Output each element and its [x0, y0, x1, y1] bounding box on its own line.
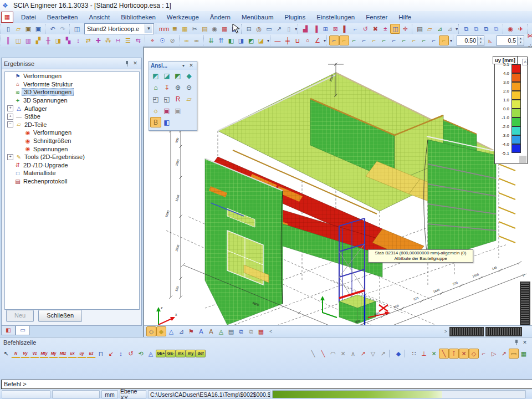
scroll-right-icon[interactable]: > — [444, 329, 447, 334]
menu-item-datei[interactable]: Datei — [16, 13, 42, 22]
rotate-member-icon[interactable]: ↺ — [360, 24, 370, 34]
result-mty-icon[interactable]: Mty — [39, 349, 49, 358]
vertical-scroll-thumb[interactable] — [520, 282, 530, 329]
tree-item-3d-spannungen[interactable]: ✦3D Spannungen — [5, 96, 139, 105]
rotate-right-icon[interactable]: ⟲ — [136, 349, 146, 359]
save-icon[interactable]: ▣ — [33, 24, 43, 34]
view-yz-icon[interactable]: ◪ — [161, 70, 172, 81]
tree-item-verformungen[interactable]: ◉Verformungen — [5, 129, 139, 137]
tree-item-verformungen[interactable]: ⚑Verformungen — [5, 72, 139, 80]
light-icon[interactable]: ☼ — [150, 105, 161, 116]
arrows-up-icon[interactable]: ⇈ — [216, 35, 226, 45]
beam-section-6-icon[interactable]: ⌐ — [379, 35, 389, 45]
stretch-icon[interactable]: ╫ — [43, 35, 53, 45]
render-mode-icon[interactable]: ◬ — [216, 326, 226, 336]
redo-icon[interactable]: ↷ — [58, 24, 68, 34]
tab-properties[interactable]: ◧ — [1, 326, 16, 335]
paste-format-icon[interactable]: ⧉ — [491, 24, 501, 34]
view-axo-icon[interactable]: ◆ — [183, 70, 195, 81]
deformation-spinner[interactable]: 0.5 ▲▼ — [497, 35, 524, 46]
tree-item-rechenprotokoll[interactable]: ▤Rechenprotokoll — [5, 177, 139, 186]
overflow-icon[interactable]: ▾ — [267, 38, 269, 43]
open-results-icon[interactable]: ▱ — [424, 24, 434, 34]
zoom-all-icon[interactable]: ◱ — [161, 94, 172, 104]
beam-section-4-icon[interactable]: ⌐ — [359, 35, 369, 45]
snap-arc-icon[interactable]: ▷ — [489, 349, 499, 359]
table-blue-icon[interactable]: ▦ — [229, 24, 239, 34]
snap-grid-icon[interactable]: ∷ — [409, 349, 419, 359]
draw-circle-icon[interactable]: ○ — [303, 35, 313, 45]
horizontal-scroll-thumb[interactable] — [485, 327, 522, 336]
paste-attributes-icon[interactable]: ⧉ — [471, 24, 481, 34]
snap-endpoint-icon[interactable]: ⊺ — [449, 349, 459, 359]
result-mtz-icon[interactable]: Mtz — [58, 349, 68, 358]
result-uy-icon[interactable]: uy — [77, 349, 86, 358]
ucs-icon[interactable]: ↧ — [161, 82, 172, 93]
menu-item-plugins[interactable]: Plugins — [279, 13, 311, 22]
draw-angle-icon[interactable]: ∠ — [313, 35, 323, 45]
divide-icon[interactable]: ∺ — [113, 35, 123, 45]
scale-spinner[interactable]: 0.50 ▲▼ — [457, 35, 484, 46]
fly-mode-icon[interactable]: ✈ — [515, 24, 525, 34]
horizontal-scroll-thumb[interactable] — [449, 327, 484, 336]
beam-icon[interactable]: ▟ — [300, 24, 310, 34]
result-vz-icon[interactable]: Vz — [30, 349, 39, 358]
zoom-out-icon[interactable]: ⊖ — [183, 82, 195, 93]
result-n-icon[interactable]: N — [11, 349, 21, 358]
arc-tool-icon[interactable]: ◠ — [328, 349, 338, 359]
tab-window[interactable]: ▭ — [16, 326, 30, 335]
close-button[interactable]: Schließen — [38, 310, 82, 322]
units-icon[interactable]: mm — [158, 24, 170, 34]
arrow-down-left-icon[interactable]: ↙ — [106, 349, 116, 359]
open-folder-icon[interactable]: ▱ — [13, 24, 23, 34]
view-xy-icon[interactable]: ◩ — [150, 70, 161, 81]
menu-item-werkzeuge[interactable]: Werkzeuge — [161, 13, 204, 22]
tree-item-spannungen[interactable]: ◉Spannungen — [5, 145, 139, 153]
decimals-icon[interactable]: ⊹ — [525, 41, 532, 47]
screenshot-icon[interactable]: ▭ — [264, 24, 274, 34]
add-member-icon[interactable]: ± — [380, 24, 390, 34]
scroll-left-icon[interactable]: < — [269, 329, 272, 334]
tree-item-auflager[interactable]: +△Auflager — [5, 104, 139, 112]
support-frame-icon[interactable]: ⊓ — [96, 349, 106, 359]
tree-item-stäbe[interactable]: +—Stäbe — [5, 112, 139, 121]
label-members-icon[interactable]: A — [206, 326, 216, 336]
camera-icon[interactable]: ▣ — [161, 105, 172, 116]
beam-section-9-icon[interactable]: ⌐ — [409, 35, 419, 45]
result-ux-icon[interactable]: ux — [68, 349, 77, 358]
plane-tool-icon[interactable]: ▽ — [368, 349, 378, 359]
half-bottom-icon[interactable]: ◪ — [256, 35, 266, 45]
result-my2-icon[interactable]: my — [186, 350, 196, 357]
view-toolbar[interactable]: Ansi... ▼ ✕ ◩◪◩◆⌂↧⊕⊖◰◱R▱☼▣▣B◧ — [149, 61, 197, 131]
snap-corner-icon[interactable]: ⌐ — [479, 349, 489, 359]
label-nodes-icon[interactable]: A — [196, 326, 206, 336]
save-all-icon[interactable]: ▣ — [23, 24, 33, 34]
copy-node-icon[interactable]: ◫ — [13, 35, 23, 45]
peak-tool-icon[interactable]: ∧ — [348, 349, 358, 359]
menu-item-fenster[interactable]: Fenster — [360, 13, 393, 22]
close-view-toolbar-icon[interactable]: ✕ — [187, 62, 195, 69]
line-red-icon[interactable]: ╲ — [318, 349, 328, 359]
view-folder-icon[interactable]: ▱ — [183, 94, 195, 104]
expand-icon[interactable]: + — [7, 105, 13, 111]
save-calculation-icon[interactable]: ▤ — [415, 24, 424, 34]
beam-section-10-icon[interactable]: ⌐ — [419, 35, 429, 45]
scale-deformation-icon[interactable]: ⋈ — [525, 34, 532, 40]
ruler-icon[interactable]: ▭ — [509, 349, 519, 359]
overflow-icon[interactable]: ▾ — [456, 27, 458, 32]
tree-item-2d-teile[interactable]: −▱2D-Teile — [5, 121, 139, 129]
print-icon[interactable]: ⊟ — [244, 24, 254, 34]
project-manager-icon[interactable]: ◫ — [72, 24, 82, 34]
tree-item-tools-2d-ergebnisse-[interactable]: +✎Tools (2D-Ergebnisse) — [5, 153, 139, 161]
snap-intersection-icon[interactable]: ✕ — [429, 349, 439, 359]
rotate-left-icon[interactable]: ↺ — [126, 349, 136, 359]
menu-item-menübaum[interactable]: Menübaum — [236, 13, 279, 22]
cube-wire-icon[interactable]: ◇ — [146, 326, 156, 336]
layers-b-icon[interactable]: ⧉ — [236, 326, 246, 336]
scroll-down-icon[interactable]: ˅ — [522, 273, 525, 278]
result-uz-icon[interactable]: uz — [86, 349, 96, 358]
iso-marker-icon[interactable]: ◬ — [146, 349, 156, 359]
hinge-icon[interactable]: ⌐ — [350, 24, 360, 34]
show-supports-icon[interactable]: △ — [166, 326, 176, 336]
vector-tool-icon[interactable]: ↗ — [358, 349, 368, 359]
